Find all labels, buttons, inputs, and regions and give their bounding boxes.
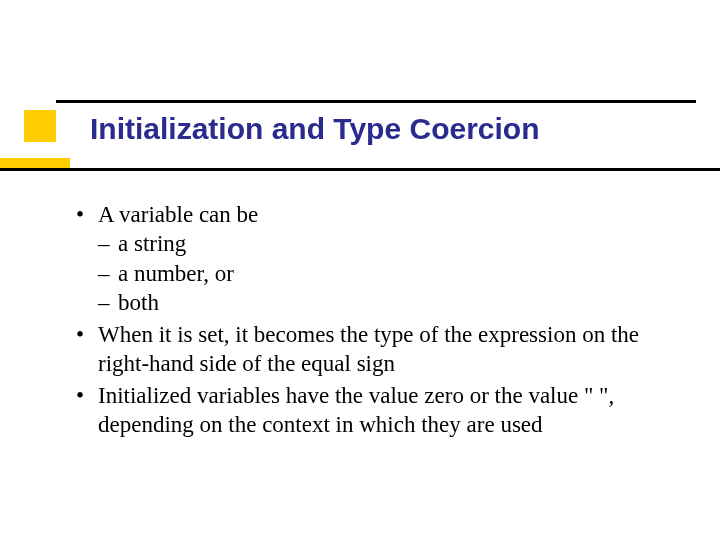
bullet-1-sub-1: a string bbox=[98, 229, 676, 258]
slide: Initialization and Type Coercion A varia… bbox=[0, 0, 720, 540]
slide-body: A variable can be a string a number, or … bbox=[76, 200, 676, 442]
bullet-3: Initialized variables have the value zer… bbox=[76, 381, 676, 440]
rule-top bbox=[56, 100, 696, 103]
bullet-1-sub-3: both bbox=[98, 288, 676, 317]
bullet-1: A variable can be a string a number, or … bbox=[76, 200, 676, 318]
accent-square bbox=[24, 110, 56, 142]
rule-bottom bbox=[0, 168, 720, 171]
bullet-1-text: A variable can be bbox=[98, 202, 258, 227]
accent-strip bbox=[0, 158, 70, 168]
bullet-2: When it is set, it becomes the type of t… bbox=[76, 320, 676, 379]
slide-title: Initialization and Type Coercion bbox=[90, 112, 540, 146]
bullet-1-sub-2: a number, or bbox=[98, 259, 676, 288]
